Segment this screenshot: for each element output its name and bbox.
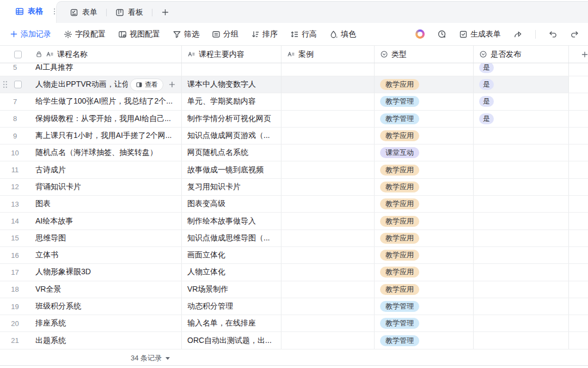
type-cell[interactable]: 教学应用 (375, 213, 474, 229)
add-view-button[interactable] (161, 8, 169, 16)
type-cell[interactable]: 教学管理 (375, 93, 474, 110)
course-name-cell[interactable]: 人物走出PPTVR动画，让你的 查看 (30, 76, 182, 93)
published-cell[interactable]: 是 (474, 93, 569, 110)
row-height-button[interactable]: 行高 (290, 29, 317, 39)
case-cell[interactable] (281, 93, 375, 110)
type-cell[interactable]: 教学应用 (375, 76, 474, 93)
course-name-cell[interactable]: 古诗成片 查看 (30, 161, 182, 178)
add-record-button[interactable]: 添加记录 (10, 29, 51, 39)
case-cell[interactable] (281, 128, 375, 144)
course-name-cell[interactable]: 图表 查看 (30, 196, 182, 212)
partial-row[interactable]: 5 AI工具推荐 是 (0, 63, 588, 76)
history-button[interactable] (437, 29, 446, 39)
select-all-checkbox[interactable] (14, 51, 22, 58)
case-cell[interactable] (281, 76, 375, 93)
course-name-cell[interactable]: 随机点名（海洋球抽签、抽奖转盘） 查看 (30, 144, 182, 161)
course-content-cell[interactable]: 网页随机点名系统 (182, 144, 281, 161)
course-name-cell[interactable]: AI绘本故事 查看 (30, 213, 182, 229)
course-content-cell[interactable]: 知识点做成思维导图（... (182, 230, 281, 246)
course-content-cell[interactable]: 单元、学期奖励内容 (182, 93, 281, 110)
share-button[interactable] (513, 29, 523, 39)
fill-color-button[interactable]: 填色 (329, 29, 356, 39)
type-cell[interactable]: 教学管理 (375, 111, 474, 127)
published-cell[interactable] (474, 315, 569, 331)
column-header-course-name[interactable]: 课程名称 (30, 46, 182, 63)
published-cell[interactable] (474, 332, 569, 348)
case-cell[interactable] (281, 264, 375, 280)
course-content-cell[interactable]: 制作学情分析可视化网页 (182, 111, 281, 127)
course-name-cell[interactable]: VR全景 查看 (30, 281, 182, 298)
course-name-cell[interactable]: 给学生做了100张AI照片，我总结了2个... 查看 (30, 93, 182, 110)
course-content-cell[interactable]: 制作绘本故事做导入 (182, 213, 281, 229)
field-config-button[interactable]: 字段配置 (64, 29, 106, 39)
course-content-cell[interactable]: 动态积分管理 (182, 298, 281, 315)
course-name-cell[interactable]: 立体书 查看 (30, 247, 182, 263)
filter-button[interactable]: 筛选 (173, 29, 199, 39)
case-cell[interactable] (281, 281, 375, 298)
course-content-cell[interactable]: 画面立体化 (182, 247, 281, 263)
course-content-cell[interactable]: 输入名单，在线排座 (182, 315, 281, 331)
type-cell[interactable]: 教学应用 (375, 128, 474, 144)
table-row[interactable]: 20 排座系统 查看 输入名单，在线排座 教学管理 (0, 315, 588, 332)
table-row[interactable]: 12 背诵知识卡片 查看 复习用知识卡片 教学应用 (0, 179, 588, 196)
table-row[interactable]: 人物走出PPTVR动画，让你的 查看 课本中人物变数字人 教学应用 是 (0, 76, 588, 93)
published-cell[interactable] (474, 144, 569, 161)
table-row[interactable]: 7 给学生做了100张AI照片，我总结了2个... 查看 单元、学期奖励内容 教… (0, 93, 588, 110)
case-cell[interactable] (281, 196, 375, 212)
column-header-type[interactable]: 类型 (375, 46, 474, 63)
case-cell[interactable] (281, 247, 375, 263)
group-button[interactable]: 分组 (212, 29, 238, 39)
type-cell[interactable]: 教学应用 (375, 161, 474, 178)
column-header-case[interactable]: 案例 (281, 46, 375, 63)
generate-form-button[interactable]: 生成表单 (459, 29, 501, 39)
course-name-cell[interactable]: 保姆级教程：从零开始，我用AI给自己... 查看 (30, 111, 182, 127)
type-cell[interactable]: 教学应用 (375, 196, 474, 212)
course-name-cell[interactable]: AI工具推荐 (30, 63, 182, 76)
type-cell[interactable]: 教学管理 (375, 332, 474, 348)
type-cell[interactable]: 教学管理 (375, 298, 474, 315)
published-cell[interactable] (474, 128, 569, 144)
table-row[interactable]: 18 VR全景 查看 VR场景制作 教学应用 (0, 281, 588, 298)
case-cell[interactable] (281, 63, 375, 76)
published-cell[interactable]: 是 (474, 63, 569, 76)
type-cell[interactable]: 教学管理 (375, 315, 474, 331)
table-row[interactable]: 11 古诗成片 查看 故事做成一镜到底视频 教学应用 (0, 161, 588, 178)
published-cell[interactable]: 是 (474, 76, 569, 93)
published-cell[interactable] (474, 196, 569, 212)
published-cell[interactable] (474, 298, 569, 315)
type-cell[interactable]: 教学应用 (375, 281, 474, 298)
type-cell[interactable]: 教学应用 (375, 230, 474, 246)
tab-more-icon[interactable] (51, 8, 58, 15)
table-row[interactable]: 13 图表 查看 图表变高级 教学应用 (0, 196, 588, 213)
type-cell[interactable]: 教学应用 (375, 264, 474, 280)
case-cell[interactable] (281, 213, 375, 229)
tab-table-active[interactable]: 表格 (0, 0, 58, 23)
table-row[interactable]: 21 出题系统 查看 ORC自动出测试题，出... 教学管理 (0, 332, 588, 349)
published-cell[interactable]: 是 (474, 111, 569, 127)
table-row[interactable]: 16 立体书 查看 画面立体化 教学应用 (0, 247, 588, 264)
course-name-cell[interactable]: 出题系统 查看 (30, 332, 182, 348)
published-cell[interactable] (474, 264, 569, 280)
course-name-cell[interactable]: 思维导图 查看 (30, 230, 182, 246)
tab-kanban[interactable]: 看板 (115, 8, 143, 17)
table-row[interactable]: 14 AI绘本故事 查看 制作绘本故事做导入 教学应用 (0, 213, 588, 230)
table-row[interactable]: 15 思维导图 查看 知识点做成思维导图（... 教学应用 (0, 230, 588, 247)
published-cell[interactable] (474, 179, 569, 195)
record-count-caret-icon[interactable] (166, 357, 170, 360)
table-row[interactable]: 10 随机点名（海洋球抽签、抽奖转盘） 查看 网页随机点名系统 课堂互动 (0, 144, 588, 161)
course-content-cell[interactable]: 知识点做成网页游戏（... (182, 128, 281, 144)
column-header-published[interactable]: 是否发布 (474, 46, 569, 63)
course-name-cell[interactable]: 背诵知识卡片 查看 (30, 179, 182, 195)
published-cell[interactable] (474, 281, 569, 298)
row-checkbox[interactable] (14, 81, 22, 88)
case-cell[interactable] (281, 298, 375, 315)
table-row[interactable]: 8 保姆级教程：从零开始，我用AI给自己... 查看 制作学情分析可视化网页 教… (0, 111, 588, 128)
case-cell[interactable] (281, 230, 375, 246)
course-name-cell[interactable]: 排座系统 查看 (30, 315, 182, 331)
table-row[interactable]: 19 班级积分系统 查看 动态积分管理 教学管理 (0, 298, 588, 315)
course-content-cell[interactable]: 人物立体化 (182, 264, 281, 280)
table-row[interactable]: 17 人物形象裸眼3D 查看 人物立体化 教学应用 (0, 264, 588, 281)
table-row[interactable]: 9 离上课只有1小时，我用AI手搓了2个网... 查看 知识点做成网页游戏（..… (0, 128, 588, 144)
ai-assistant-button[interactable] (415, 29, 425, 39)
course-content-cell[interactable]: 图表变高级 (182, 196, 281, 212)
